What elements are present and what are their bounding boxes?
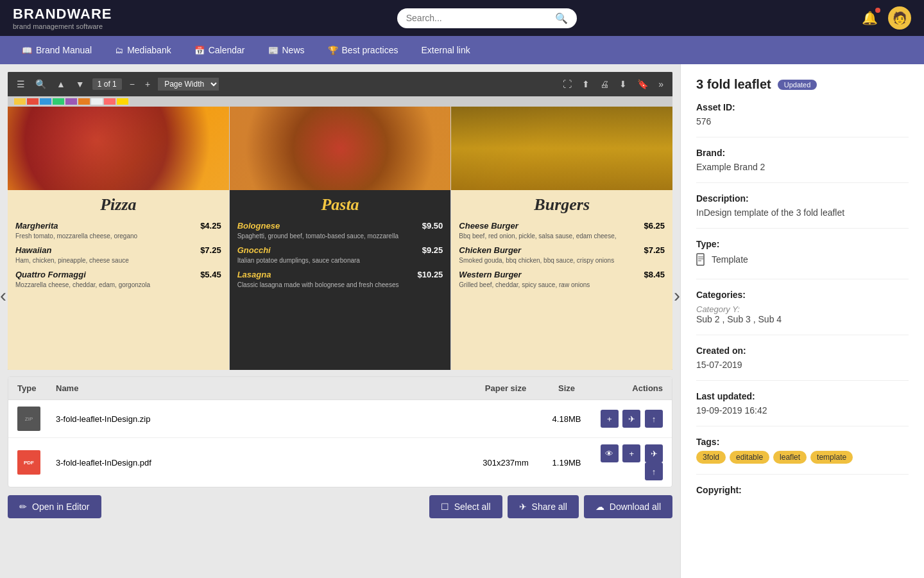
sidebar-item-calendar[interactable]: 📅 Calendar [185,40,254,60]
col-header-paper: Paper size [470,383,541,393]
tags-label: Tags: [696,437,909,447]
sidebar-item-brand-manual[interactable]: 📖 Brand Manual [13,40,101,60]
logo-sub: brand management software [13,22,112,30]
file-actions-pdf: 👁 + ✈ ↑ [592,444,663,480]
pizza-item-1-desc: Fresh tomato, mozzarella cheese, oregano [15,232,221,240]
pdf-zoom-in-btn[interactable]: 🔍 [33,78,49,91]
pdf-viewer: ☰ 🔍 ▲ ▼ 1 of 1 − + Page Width ⛶ ⬆ 🖨 ⬇ 🔖 … [8,72,672,370]
col-header-size: Size [541,383,592,393]
tag-template[interactable]: template [810,451,853,464]
description-section: Description: InDesign template of the 3 … [696,193,909,229]
burger-item-3-price: $8.45 [644,270,665,279]
pdf-page-info: 1 of 1 [92,78,122,90]
edit-icon: ✏ [19,502,27,512]
open-editor-button[interactable]: ✏ Open in Editor [8,495,101,518]
search-bar[interactable]: 🔍 [397,8,577,28]
asset-id-label: Asset ID: [696,102,909,112]
pasta-item-1-row: Bolognese $9.50 [237,221,443,231]
burger-item-1-row: Cheese Burger $6.25 [459,221,665,231]
last-updated-value: 19-09-2019 16:42 [696,405,909,416]
pdf-bookmark-btn[interactable]: 🔖 [635,78,651,91]
pdf-preview-button[interactable]: 👁 [601,444,619,462]
sidebar-item-external-link[interactable]: External link [412,40,479,60]
svg-rect-0 [697,254,704,265]
pdf-zoom-select[interactable]: Page Width [158,78,219,91]
pdf-share-button[interactable]: ✈ [645,444,663,462]
burger-item-3-row: Western Burger $8.45 [459,270,665,279]
pasta-image [230,107,451,190]
download-all-button[interactable]: ☁ Download all [584,495,672,518]
asset-id-value: 576 [696,116,909,127]
news-icon: 📰 [268,46,278,55]
burger-item-2-row: Chicken Burger $7.25 [459,245,665,255]
description-value: InDesign template of the 3 fold leaflet [696,207,909,218]
burger-item-1-desc: Bbq beef, red onion, pickle, salsa sause… [459,232,665,240]
type-value: Template [696,253,748,266]
book-icon: 📖 [22,46,32,55]
col-header-actions: Actions [592,383,663,393]
pdf-menu-btn[interactable]: ☰ [14,78,28,91]
burger-item-3-desc: Grilled beef, cheddar, spicy sauce, raw … [459,281,665,289]
select-icon: ☐ [441,502,449,512]
share-all-button[interactable]: ✈ Share all [508,495,579,518]
avatar[interactable]: 🧑 [888,6,911,30]
type-section: Type: Template [696,239,909,279]
select-all-button[interactable]: ☐ Select all [429,495,502,518]
brand-section: Brand: Example Brand 2 [696,148,909,183]
pasta-item-3-name: Lasagna [237,270,271,279]
search-input[interactable] [406,13,550,23]
file-table: Type Name Paper size Size Actions ZIP 3-… [8,376,672,487]
file-name-pdf: 3-fold-leaflet-InDesign.pdf [56,458,470,468]
zip-share-button[interactable]: ✈ [622,410,640,428]
tag-3fold[interactable]: 3fold [696,451,726,464]
pizza-item-2-price: $7.25 [200,245,221,255]
created-value: 15-07-2019 [696,360,909,370]
file-table-header: Type Name Paper size Size Actions [8,377,672,400]
tag-leaflet[interactable]: leaflet [773,451,807,464]
pdf-add-button[interactable]: + [622,444,640,462]
burgers-menu-body: Burgers Cheese Burger $6.25 Bbq beef, re… [451,190,672,370]
sidebar-item-mediabank[interactable]: 🗂 Mediabank [106,40,180,60]
burgers-image [451,107,672,190]
notification-bell[interactable]: 🔔 [862,10,878,26]
pizza-image [8,107,229,190]
tags-section: Tags: 3fold editable leaflet template [696,437,909,475]
pasta-item-3-desc: Classic lasagna made with bolognese and … [237,281,443,289]
zip-add-button[interactable]: + [601,410,619,428]
prev-asset-button[interactable]: ‹ [0,285,6,306]
category-subs: Sub 2 , Sub 3 , Sub 4 [696,314,909,324]
pdf-next-page-btn[interactable]: ▼ [73,78,87,91]
category-name: Category Y: [696,304,909,314]
zip-icon: ZIP [17,407,40,431]
tag-editable[interactable]: editable [730,451,769,464]
tag-list: 3fold editable leaflet template [696,451,909,464]
pasta-item-2-row: Gnocchi $9.25 [237,245,443,255]
pdf-zoom-out-btn[interactable]: − [127,78,137,91]
zip-download-button[interactable]: ↑ [645,410,663,428]
mediabank-icon: 🗂 [115,46,123,55]
file-size-pdf: 1.19MB [541,458,592,468]
col-header-name: Name [56,383,470,393]
pdf-zoom-in-plus-btn[interactable]: + [142,78,153,91]
file-type-zip: ZIP [17,407,56,431]
next-asset-button[interactable]: › [674,285,680,306]
pdf-fullscreen-btn[interactable]: ⛶ [560,78,574,91]
sidebar-item-best-practices[interactable]: 🏆 Best practices [319,40,407,60]
pizza-item-1-row: Margherita $4.25 [15,221,221,231]
pasta-title: Pasta [237,195,443,215]
pasta-item-1-price: $9.50 [422,221,443,231]
pdf-upload-btn[interactable]: ⬆ [579,78,592,91]
sidebar-item-news[interactable]: 📰 News [259,40,314,60]
document-icon [696,253,706,266]
pdf-more-btn[interactable]: » [656,78,666,91]
pdf-print-btn[interactable]: 🖨 [597,78,612,91]
asset-id-section: Asset ID: 576 [696,102,909,137]
pizza-item-3-desc: Mozzarella cheese, cheddar, edam, gorgon… [15,281,221,289]
pdf-prev-page-btn[interactable]: ▲ [54,78,68,91]
trophy-icon: 🏆 [328,46,338,55]
table-row: ZIP 3-fold-leaflet-InDesign.zip 4.18MB +… [8,400,672,438]
pasta-item-3-price: $10.25 [418,270,443,279]
color-swatch-5 [65,98,77,105]
pdf-download-button[interactable]: ↑ [645,462,663,480]
pdf-download-btn[interactable]: ⬇ [617,78,629,91]
